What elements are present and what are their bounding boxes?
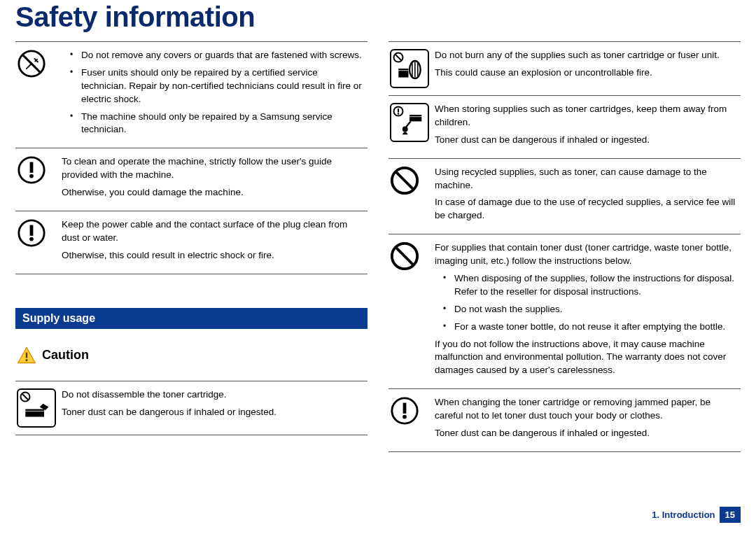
text-cell: When storing supplies such as toner cart… [432,96,741,159]
list-item: Fuser units should only be repaired by a… [74,66,365,106]
table-row: Do not burn any of the supplies such as … [388,42,741,96]
mandatory-icon [17,218,56,248]
safety-table-left-2: Do not disassemble the toner cartridge. … [15,381,368,435]
table-row: Keep the power cable and the contact sur… [15,211,368,274]
text-cell: For supplies that contain toner dust (to… [432,234,741,389]
list-item: The machine should only be repaired by a… [74,111,365,137]
svg-point-9 [25,359,27,361]
paragraph: Otherwise, you could damage the machine. [62,186,365,199]
paragraph: For supplies that contain toner dust (to… [435,241,738,268]
bullet-list: When disposing of the supplies, follow t… [435,272,738,334]
table-row: Do not remove any covers or guards that … [15,42,368,148]
content-columns: Do not remove any covers or guards that … [15,41,741,452]
svg-rect-23 [398,108,399,113]
caution-triangle-icon [17,346,36,365]
list-item: For a waste toner bottle, do not reuse i… [447,321,738,334]
icon-cell [15,42,59,148]
icon-cell [388,234,432,389]
svg-rect-3 [30,162,34,173]
text-cell: Using recycled supplies, such as toner, … [432,158,741,234]
no-tools-icon [17,49,56,78]
footer-page-number: 15 [720,507,741,523]
caution-label: Caution [42,348,89,363]
svg-point-24 [398,113,399,114]
prohibit-corner-icon [393,52,404,63]
svg-point-4 [29,174,34,178]
page-root: Safety information Do not remove any cov… [0,0,756,534]
table-row: When changing the toner cartridge or rem… [388,389,741,452]
svg-rect-26 [410,117,421,121]
icon-cell [388,42,432,96]
table-row: To clean and operate the machine, strict… [15,148,368,211]
page-footer: 1. Introduction 15 [652,507,741,523]
paragraph: Do not burn any of the supplies such as … [435,49,738,62]
no-burn-supplies-icon [390,49,429,88]
safety-table-left: Do not remove any covers or guards that … [15,41,368,274]
paragraph: When storing supplies such as toner cart… [435,103,738,129]
bullet-list: Do not remove any covers or guards that … [62,49,365,136]
text-cell: Do not remove any covers or guards that … [59,42,368,148]
paragraph: When changing the toner cartridge or rem… [435,396,738,423]
paragraph: Do not disassemble the toner cartridge. [62,388,365,402]
svg-rect-6 [30,225,34,236]
column-left: Do not remove any covers or guards that … [15,41,368,452]
mandatory-corner-icon [393,106,404,117]
svg-rect-27 [410,115,421,116]
icon-cell [15,148,59,211]
section-heading: Supply usage [15,308,368,329]
table-row: When storing supplies such as toner cart… [388,96,741,159]
svg-line-15 [396,55,402,61]
svg-rect-16 [398,71,408,77]
list-item: Do not remove any covers or guards that … [74,49,365,62]
icon-cell [388,96,432,159]
prohibit-icon [390,241,429,271]
svg-line-11 [22,393,29,400]
svg-line-31 [396,247,414,266]
text-cell: Do not disassemble the toner cartridge. … [59,381,368,435]
paragraph: Toner dust can be dangerous if inhaled o… [435,427,738,440]
svg-point-7 [29,237,34,241]
text-cell: When changing the toner cartridge or rem… [432,389,741,452]
text-cell: Do not burn any of the supplies such as … [432,42,741,96]
footer-section-label: 1. Introduction [652,510,715,520]
svg-line-29 [396,171,414,190]
paragraph: Otherwise, this could result in electric… [62,249,365,262]
list-item: Do not wash the supplies. [447,303,738,316]
paragraph: This could cause an explosion or uncontr… [435,66,738,80]
paragraph: To clean and operate the machine, strict… [62,155,365,182]
svg-rect-12 [25,411,44,416]
table-row: Do not disassemble the toner cartridge. … [15,381,368,435]
svg-rect-33 [403,403,407,414]
icon-cell [388,389,432,452]
icon-cell [388,158,432,234]
paragraph: Keep the power cable and the contact sur… [62,218,365,245]
paragraph: Using recycled supplies, such as toner, … [435,166,738,192]
paragraph: Toner dust can be dangerous if inhaled o… [62,406,365,419]
column-right: Do not burn any of the supplies such as … [388,41,741,452]
svg-rect-17 [398,69,408,70]
prohibit-corner-icon [20,391,31,402]
keep-from-children-icon [390,103,429,142]
icon-cell [15,381,59,435]
safety-table-right: Do not burn any of the supplies such as … [388,41,741,452]
paragraph: If you do not follow the instructions ab… [435,338,738,378]
paragraph: Toner dust can be dangerous if inhaled o… [435,134,738,147]
page-title: Safety information [15,0,741,41]
prohibit-icon [390,166,429,195]
mandatory-icon [17,155,56,185]
mandatory-icon [390,396,429,426]
list-item: When disposing of the supplies, follow t… [447,272,738,299]
icon-cell [15,211,59,274]
svg-rect-8 [26,352,27,358]
svg-rect-13 [25,409,44,410]
paragraph: In case of damage due to the use of recy… [435,196,738,223]
text-cell: To clean and operate the machine, strict… [59,148,368,211]
text-cell: Keep the power cable and the contact sur… [59,211,368,274]
svg-point-34 [402,415,407,419]
table-row: For supplies that contain toner dust (to… [388,234,741,389]
caution-heading: Caution [17,346,368,365]
toner-disassemble-icon [17,388,56,428]
table-row: Using recycled supplies, such as toner, … [388,158,741,234]
